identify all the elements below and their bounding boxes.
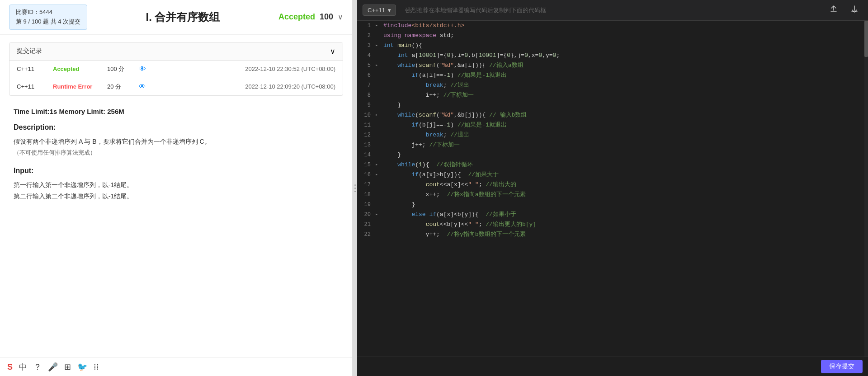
fold-11 (375, 120, 382, 130)
code-text-18[interactable]: x++; //将x指向a数组的下一个元素 (382, 190, 864, 200)
problem-content: Time Limit:1s Memory Limit: 256M Descrip… (0, 103, 352, 225)
submissions-section: 提交记录 ∨ C++11 Accepted 100 分 👁 2022-12-10… (9, 42, 343, 96)
submissions-title: 提交记录 (17, 47, 42, 55)
code-text-19[interactable]: } (382, 200, 864, 210)
code-text-15[interactable]: while(1){ //双指针循环 (382, 160, 864, 170)
problem-title: I. 合并有序数组 (96, 10, 269, 24)
download-button[interactable] (846, 3, 863, 18)
line-num-7: 7 (357, 80, 375, 90)
code-text-2[interactable]: using namespace std; (382, 31, 864, 41)
line-num-22: 22 (357, 230, 375, 240)
code-text-17[interactable]: cout<<a[x]<<" "; //输出大的 (382, 180, 864, 190)
right-panel: C++11 ▾ 强烈推荐在本地编译器编写代码后复制到下面的代码框 1 ▸ #in… (357, 0, 868, 376)
panel-divider[interactable] (353, 0, 357, 376)
fold-13 (375, 140, 382, 150)
fold-19 (375, 200, 382, 210)
code-line-18: 18 x++; //将x指向a数组的下一个元素 (357, 190, 864, 200)
fold-1[interactable]: ▸ (375, 21, 382, 31)
code-text-21[interactable]: cout<<b[y]<<" "; //输出更大的b[y] (382, 220, 864, 230)
problem-score: 100 (320, 12, 333, 22)
fold-8 (375, 90, 382, 100)
code-line-20: 20 ▸ else if(a[x]<b[y]){ //如果小于 (357, 210, 864, 220)
fold-10[interactable]: ▸ (375, 110, 382, 120)
line-num-12: 12 (357, 130, 375, 140)
taskbar-icon-dots[interactable]: ⁞⁞ (94, 362, 99, 372)
code-line-10: 10 ▸ while(scanf("%d",&b[j])){ // 输入b数组 (357, 110, 864, 120)
top-header: 比赛ID：5444 第 9 / 100 题 共 4 次提交 I. 合并有序数组 … (0, 0, 352, 35)
header-dropdown[interactable]: ∨ (338, 13, 343, 21)
line-num-4: 4 (357, 51, 375, 61)
line-num-2: 2 (357, 31, 375, 41)
input-body: 第一行输入第一个非递增序列，以-1结尾。 第二行输入第二个非递增序列，以-1结尾… (14, 179, 339, 202)
line-num-10: 10 (357, 110, 375, 120)
code-text-20[interactable]: else if(a[x]<b[y]){ //如果小于 (382, 210, 864, 220)
code-line-6: 6 if(a[i]==-1) //如果是-1就退出 (357, 70, 864, 80)
code-text-1[interactable]: #include<bits/stdc++.h> (382, 21, 864, 31)
line-num-14: 14 (357, 150, 375, 160)
line-num-15: 15 (357, 160, 375, 170)
line-num-17: 17 (357, 180, 375, 190)
code-text-9[interactable]: } (382, 100, 864, 110)
code-line-22: 22 y++; //将y指向b数组的下一个元素 (357, 230, 864, 240)
taskbar-icon-question[interactable]: ？ (33, 362, 42, 372)
code-text-3[interactable]: int main(){ (382, 41, 864, 51)
description-title: Description: (14, 123, 339, 132)
code-line-17: 17 cout<<a[x]<<" "; //输出大的 (357, 180, 864, 190)
code-text-7[interactable]: break; //退出 (382, 80, 864, 90)
code-text-4[interactable]: int a[10001]={0},i=0,b[10001]={0},j=0,x=… (382, 51, 864, 61)
taskbar-icon-mic[interactable]: 🎤 (48, 362, 58, 372)
code-text-13[interactable]: j++; //下标加一 (382, 140, 864, 150)
code-line-3: 3 ▸ int main(){ (357, 41, 864, 51)
line-num-20: 20 (357, 210, 375, 220)
scrollbar-thumb[interactable] (864, 21, 868, 57)
code-text-12[interactable]: break; //退出 (382, 130, 864, 140)
fold-15[interactable]: ▸ (375, 160, 382, 170)
code-text-16[interactable]: if(a[x]>b[y]){ //如果大于 (382, 170, 864, 180)
table-row: C++11 Runtime Error 20 分 👁 2022-12-10 22… (9, 78, 343, 95)
code-text-11[interactable]: if(b[j]==-1) //如果是-1就退出 (382, 120, 864, 130)
code-text-14[interactable]: } (382, 150, 864, 160)
contest-info: 比赛ID：5444 第 9 / 100 题 共 4 次提交 (9, 5, 87, 30)
eye-icon-1[interactable]: 👁 (139, 65, 146, 73)
fold-4 (375, 51, 382, 61)
description-note: （不可使用任何排序算法完成） (14, 147, 339, 158)
line-num-6: 6 (357, 70, 375, 80)
code-line-19: 19 } (357, 200, 864, 210)
lang-select[interactable]: C++11 ▾ (363, 5, 396, 16)
code-text-8[interactable]: i++; //下标加一 (382, 90, 864, 100)
taskbar-icon-bird[interactable]: 🐦 (77, 362, 87, 372)
editor-scrollbar[interactable] (864, 21, 868, 357)
input-title: Input: (14, 167, 339, 175)
fold-16[interactable]: ▸ (375, 170, 382, 180)
input-line-1: 第一行输入第一个非递增序列，以-1结尾。 (14, 179, 339, 191)
fold-18 (375, 190, 382, 200)
sub-score-1: 100 分 (107, 65, 130, 73)
submissions-header[interactable]: 提交记录 ∨ (9, 42, 343, 61)
fold-3[interactable]: ▸ (375, 41, 382, 51)
code-text-6[interactable]: if(a[i]==-1) //如果是-1就退出 (382, 70, 864, 80)
line-num-11: 11 (357, 120, 375, 130)
save-submit-button[interactable]: 保存提交 (821, 360, 863, 373)
fold-7 (375, 80, 382, 90)
line-num-9: 9 (357, 100, 375, 110)
code-text-22[interactable]: y++; //将y指向b数组的下一个元素 (382, 230, 864, 240)
taskbar-icon-chinese[interactable]: 中 (19, 362, 27, 372)
left-panel: 比赛ID：5444 第 9 / 100 题 共 4 次提交 I. 合并有序数组 … (0, 0, 353, 376)
table-row: C++11 Accepted 100 分 👁 2022-12-10 22:30:… (9, 61, 343, 78)
code-text-10[interactable]: while(scanf("%d",&b[j])){ // 输入b数组 (382, 110, 864, 120)
upload-button[interactable] (826, 3, 842, 18)
divider-dot (354, 191, 356, 192)
editor-hint: 强烈推荐在本地编译器编写代码后复制到下面的代码框 (401, 6, 821, 14)
code-area[interactable]: 1 ▸ #include<bits/stdc++.h> 2 using name… (357, 21, 864, 357)
code-text-5[interactable]: while(scanf("%d",&a[i])){ //输入a数组 (382, 61, 864, 70)
taskbar-icon-grid[interactable]: ⊞ (64, 362, 71, 372)
line-num-3: 3 (357, 41, 375, 51)
submissions-collapse-icon[interactable]: ∨ (330, 47, 335, 56)
eye-icon-2[interactable]: 👁 (139, 83, 146, 91)
fold-5[interactable]: ▸ (375, 61, 382, 70)
fold-20[interactable]: ▸ (375, 210, 382, 220)
sub-time-1: 2022-12-10 22:30:52 (UTC+08:00) (155, 66, 335, 72)
fold-6 (375, 70, 382, 80)
divider-dot (354, 184, 356, 186)
code-line-5: 5 ▸ while(scanf("%d",&a[i])){ //输入a数组 (357, 61, 864, 70)
